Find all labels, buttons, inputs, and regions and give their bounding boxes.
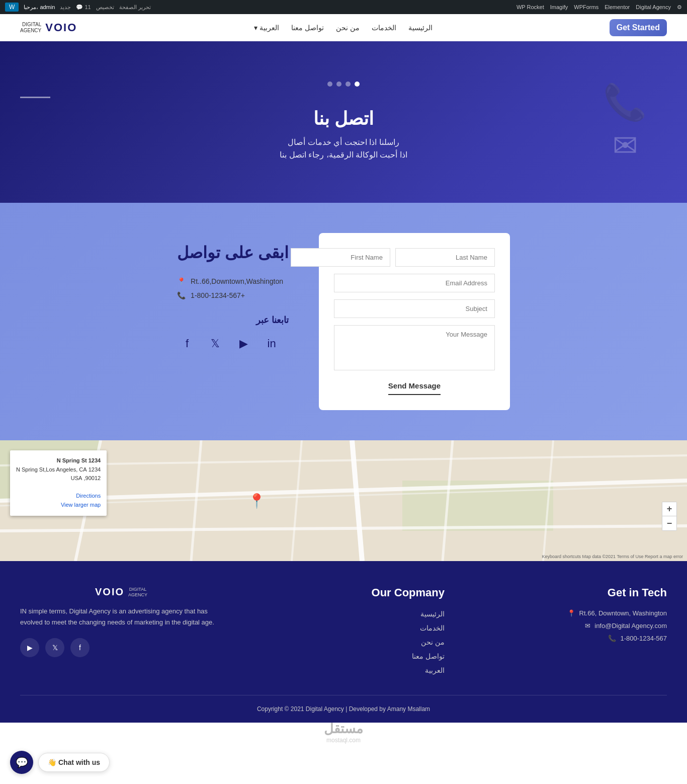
footer-address-text: Rt.66, Downtown, Washington — [579, 609, 667, 617]
send-button[interactable]: Send Message — [388, 377, 441, 395]
footer-link-services[interactable]: الخدمات — [420, 624, 445, 632]
contact-section: Send Message ابقى على تواصل Rt..66,Downt… — [0, 203, 687, 440]
mostaql-watermark: مستقل mostaql.com — [324, 721, 363, 723]
footer-location-icon: 📍 — [567, 609, 575, 617]
map-address1: 1234 N Spring St — [16, 456, 101, 465]
hero-decorators: 📞 ✉ — [603, 82, 647, 163]
map-placeholder: 📍 1234 N Spring St 1234 N Spring St,Los … — [0, 440, 687, 561]
footer-tech-title: Get in Tech — [465, 586, 667, 599]
footer-email-icon: ✉ — [585, 622, 590, 630]
plugin-elementor[interactable]: Elementor — [605, 4, 630, 10]
footer-desc: IN simple terms, Digital Agency is an ad… — [20, 606, 222, 628]
admin-comments[interactable]: 💬 11 — [76, 4, 91, 11]
footer-link-contact[interactable]: تواصل معنا — [412, 652, 445, 660]
logo-digital: DIGITAL AGENCY — [20, 22, 41, 34]
footer-link-about[interactable]: من نحن — [421, 638, 445, 646]
footer-phone-text: 1-800-1234-567 — [620, 635, 667, 642]
footer-social: ▶ 𝕏 f — [20, 638, 222, 657]
admin-bar: W مرحبا، admin جديد 💬 11 تخصيص تحرير الص… — [0, 0, 687, 14]
footer: Get in Tech Rt.66, Downtown, Washington … — [0, 561, 687, 723]
follow-label: تابعنا عبر — [177, 315, 289, 326]
footer-col-tech: Get in Tech Rt.66, Downtown, Washington … — [465, 586, 667, 680]
hero-dot-3 — [336, 82, 341, 87]
nav-services[interactable]: الخدمات — [372, 24, 396, 32]
top-nav: Get Started الرئيسية الخدمات من نحن تواص… — [0, 14, 687, 41]
email-input[interactable] — [334, 274, 495, 292]
hero-dot-1 — [355, 82, 360, 87]
zoom-in-button[interactable]: + — [662, 502, 676, 516]
nav-arabic[interactable]: العربية ▾ — [254, 24, 279, 32]
hero-section: 📞 ✉ اتصل بنا راسلنا اذا احتجت أي خدمات أ… — [0, 41, 687, 203]
hero-dot-4 — [327, 82, 332, 87]
nav-home[interactable]: الرئيسية — [408, 24, 433, 32]
footer-col-company: Our Copmany الرئيسية الخدمات من نحن تواص… — [242, 586, 445, 680]
map-view-larger[interactable]: View larger map — [61, 502, 101, 508]
footer-address: Rt.66, Downtown, Washington 📍 — [465, 609, 667, 617]
map-info-box: 1234 N Spring St 1234 N Spring St,Los An… — [10, 450, 107, 516]
location-icon: 📍 — [177, 277, 186, 285]
footer-logo-digital: DIGITAL AGENCY — [128, 587, 147, 598]
hero-line — [20, 97, 50, 98]
twitter-icon[interactable]: 𝕏 — [205, 334, 225, 354]
last-name-input[interactable] — [395, 248, 495, 267]
plugin-wpforms[interactable]: WPForms — [574, 4, 598, 10]
map-directions[interactable]: Directions — [76, 493, 101, 499]
hero-title: اتصل بنا — [313, 108, 374, 129]
first-name-input[interactable] — [291, 248, 390, 267]
facebook-icon[interactable]: f — [177, 334, 197, 354]
footer-youtube-icon[interactable]: ▶ — [20, 638, 39, 657]
map-section: 📍 1234 N Spring St 1234 N Spring St,Los … — [0, 440, 687, 561]
plugin-wprocket[interactable]: WP Rocket — [517, 4, 544, 10]
svg-text:📍: 📍 — [248, 493, 266, 509]
digital-agency-label: Digital Agency — [636, 4, 671, 10]
footer-facebook-icon[interactable]: f — [70, 638, 90, 657]
plugin-imagify[interactable]: Imagify — [550, 4, 568, 10]
footer-link-arabic[interactable]: العربية — [425, 666, 445, 674]
map-attribution: Keyboard shortcuts Map data ©2021 Terms … — [542, 554, 683, 559]
footer-col-logo: VOIO DIGITAL AGENCY IN simple terms, Dig… — [20, 586, 222, 680]
admin-username: مرحبا، admin — [24, 4, 55, 11]
contact-info: ابقى على تواصل Rt..66,Downtown,Washingto… — [177, 233, 289, 354]
logo-brand: VOIO DIGITAL AGENCY — [20, 21, 77, 34]
footer-logo-text: VOIO — [95, 586, 124, 598]
hero-dots — [327, 82, 360, 87]
phone-icon: 📞 — [177, 291, 186, 299]
admin-edit[interactable]: تحرير الصفحة — [119, 4, 151, 11]
footer-logo: VOIO DIGITAL AGENCY — [95, 586, 147, 598]
get-started-logo[interactable]: Get Started — [610, 19, 667, 36]
zoom-out-button[interactable]: − — [662, 516, 676, 530]
contact-title: ابقى على تواصل — [177, 243, 289, 262]
name-row — [334, 248, 495, 267]
admin-new[interactable]: جديد — [60, 4, 71, 11]
map-address2: 1234 N Spring St,Los Angeles, CA — [16, 465, 101, 475]
nav-contact[interactable]: تواصل معنا — [291, 24, 324, 32]
youtube-icon[interactable]: ▶ — [233, 334, 253, 354]
footer-divider — [20, 695, 667, 695]
wp-logo[interactable]: W — [5, 3, 19, 12]
footer-grid: Get in Tech Rt.66, Downtown, Washington … — [20, 586, 667, 680]
footer-copyright: Copyright © 2021 Digital Agency | Develo… — [20, 705, 667, 713]
phone-detail: +1-800-1234-567 📞 — [177, 291, 289, 299]
footer-link-home[interactable]: الرئيسية — [420, 610, 445, 618]
contact-form: Send Message — [319, 233, 510, 410]
footer-phone: 1-800-1234-567 📞 — [465, 635, 667, 642]
footer-phone-icon: 📞 — [608, 635, 616, 642]
admin-customize[interactable]: تخصيص — [96, 4, 114, 11]
nav-about[interactable]: من نحن — [336, 24, 360, 32]
hero-dot-2 — [346, 82, 351, 87]
nav-logo: Get Started — [610, 19, 667, 36]
address-text: Rt..66,Downtown,Washington — [191, 277, 283, 285]
address-detail: Rt..66,Downtown,Washington 📍 — [177, 277, 289, 285]
map-zoom-controls: + − — [662, 502, 677, 531]
logo-voio: VOIO — [45, 21, 77, 34]
wp-icon[interactable]: ⚙ — [677, 4, 682, 11]
nav-links: الرئيسية الخدمات من نحن تواصل معنا العرب… — [254, 24, 433, 32]
footer-email-text: info@Digital Agency.com — [594, 622, 667, 630]
linkedin-icon[interactable]: in — [262, 334, 282, 354]
hero-subtitle2: اذا أحبت الوكالة الرقمية، رجاء اتصل بنا — [280, 150, 407, 160]
message-input[interactable] — [334, 325, 495, 370]
phone-text: +1-800-1234-567 — [191, 291, 245, 299]
map-address3: 90012, USA — [16, 474, 101, 483]
subject-input[interactable] — [334, 299, 495, 318]
footer-twitter-icon[interactable]: 𝕏 — [45, 638, 64, 657]
